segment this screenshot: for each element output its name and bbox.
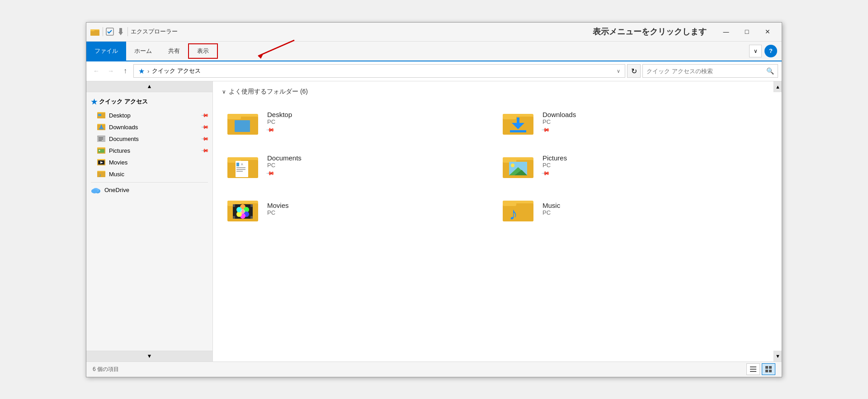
app-icon <box>90 27 100 37</box>
svg-rect-88 <box>765 370 768 372</box>
folder-sub: PC <box>542 118 576 125</box>
folder-item-pictures[interactable]: Pictures PC 📌 <box>493 144 768 187</box>
svg-rect-31 <box>97 172 105 177</box>
window-title: エクスプローラー <box>131 28 593 36</box>
folder-sub: PC <box>267 162 302 169</box>
tab-file[interactable]: ファイル <box>86 42 126 61</box>
pin-icon-desktop: 📌 <box>200 111 209 120</box>
up-button[interactable]: ↑ <box>119 65 132 77</box>
svg-rect-40 <box>235 120 250 132</box>
sidebar-scroll-down[interactable]: ▼ <box>86 351 212 361</box>
sidebar-item-desktop[interactable]: Desktop 📌 <box>86 110 212 122</box>
ribbon-chevron[interactable]: ∨ <box>749 45 762 57</box>
sidebar-item-music[interactable]: ♪ Music <box>86 169 212 180</box>
folder-name: Movies <box>267 202 289 209</box>
folder-item-desktop[interactable]: Desktop PC 📌 <box>217 100 493 144</box>
svg-rect-20 <box>99 139 103 140</box>
close-button[interactable]: ✕ <box>757 24 778 39</box>
svg-marker-5 <box>118 32 123 35</box>
check-icon <box>106 28 114 36</box>
svg-rect-51 <box>236 163 239 166</box>
svg-rect-67 <box>233 204 235 207</box>
address-chevron[interactable]: ∨ <box>617 68 620 74</box>
svg-point-36 <box>91 189 98 193</box>
folder-name: Pictures <box>542 154 567 162</box>
sidebar-item-pictures[interactable]: Pictures 📌 <box>86 145 212 157</box>
search-input[interactable] <box>646 68 764 75</box>
folder-item-music[interactable]: ♪ Music PC <box>493 187 768 230</box>
svg-rect-86 <box>765 366 768 369</box>
folder-name: Music <box>542 202 560 209</box>
section-chevron: ∨ <box>222 89 226 95</box>
svg-point-25 <box>99 150 100 151</box>
tab-share[interactable]: 共有 <box>160 42 188 61</box>
folder-sub: PC <box>267 118 292 125</box>
search-icon: 🔍 <box>766 67 774 75</box>
folder-item-movies[interactable]: Movies PC <box>217 187 493 230</box>
forward-button[interactable]: → <box>104 65 117 77</box>
folder-info-documents: Documents PC 📌 <box>267 154 302 177</box>
svg-rect-15 <box>101 125 102 128</box>
content-section-header[interactable]: ∨ よく使用するフォルダー (6) <box>213 81 782 100</box>
folder-info-pictures: Pictures PC 📌 <box>542 154 567 177</box>
maximize-button[interactable]: □ <box>736 24 757 39</box>
svg-rect-16 <box>99 128 104 129</box>
svg-rect-39 <box>227 114 241 119</box>
tile-view-button[interactable] <box>762 363 775 375</box>
svg-text:♪: ♪ <box>99 173 101 178</box>
svg-rect-53 <box>236 167 245 168</box>
svg-rect-11 <box>98 114 101 116</box>
sidebar-scroll-up[interactable]: ▲ <box>86 81 212 92</box>
folder-name: Documents <box>267 154 302 162</box>
folder-sub: PC <box>542 209 560 216</box>
svg-rect-87 <box>769 366 772 369</box>
pin-icon-pictures: 📌 <box>200 146 209 155</box>
back-button[interactable]: ← <box>90 65 103 77</box>
tab-view[interactable]: 表示 <box>188 43 218 59</box>
tab-home[interactable]: ホーム <box>126 42 160 61</box>
svg-rect-69 <box>233 216 235 219</box>
sidebar-item-downloads[interactable]: Downloads 📌 <box>86 122 212 133</box>
svg-rect-83 <box>750 366 756 367</box>
section-label: よく使用するフォルダー (6) <box>229 88 308 96</box>
folder-info-desktop: Desktop PC 📌 <box>267 111 292 133</box>
sidebar-item-onedrive[interactable]: OneDrive <box>86 184 212 196</box>
svg-point-78 <box>241 209 245 214</box>
list-view-button[interactable] <box>746 363 760 375</box>
folder-sub: PC <box>267 209 289 216</box>
minimize-button[interactable]: — <box>716 24 736 39</box>
pin-icon-downloads: 📌 <box>200 123 209 131</box>
svg-rect-84 <box>750 369 756 370</box>
folder-info-music: Music PC <box>542 202 560 216</box>
svg-text:♪: ♪ <box>509 204 518 223</box>
sidebar-quick-access-header[interactable]: ★ クイック アクセス <box>86 94 212 110</box>
address-path: クイック アクセス <box>152 67 614 75</box>
folder-info-movies: Movies PC <box>267 202 289 216</box>
sidebar-item-documents[interactable]: Documents 📌 <box>86 133 212 145</box>
help-button[interactable]: ? <box>764 45 777 57</box>
svg-rect-68 <box>250 204 253 207</box>
refresh-button[interactable]: ↻ <box>627 64 641 78</box>
pin-icon-documents: 📌 <box>200 135 209 143</box>
svg-rect-54 <box>236 169 245 170</box>
svg-rect-46 <box>510 130 526 132</box>
folder-item-documents[interactable]: A Documents PC 📌 <box>217 144 493 187</box>
content-scroll-down[interactable]: ▼ <box>774 351 782 361</box>
svg-rect-4 <box>119 28 122 33</box>
folder-sub: PC <box>542 162 567 169</box>
folder-name: Downloads <box>542 111 576 118</box>
annotation-text: 表示メニューをクリックします <box>593 26 707 37</box>
address-separator: › <box>147 68 149 75</box>
sidebar-item-movies[interactable]: Movies <box>86 157 212 169</box>
svg-rect-21 <box>99 140 102 141</box>
folder-item-downloads[interactable]: Downloads PC 📌 <box>493 100 768 144</box>
svg-rect-85 <box>750 371 756 372</box>
svg-rect-43 <box>503 114 516 119</box>
svg-rect-19 <box>99 137 103 138</box>
svg-rect-2 <box>90 29 94 31</box>
content-scroll-up[interactable]: ▲ <box>774 81 782 92</box>
folder-name: Desktop <box>267 111 292 118</box>
address-star-icon: ★ <box>138 67 145 75</box>
pin-title-icon <box>117 28 125 36</box>
svg-text:A: A <box>241 163 243 166</box>
